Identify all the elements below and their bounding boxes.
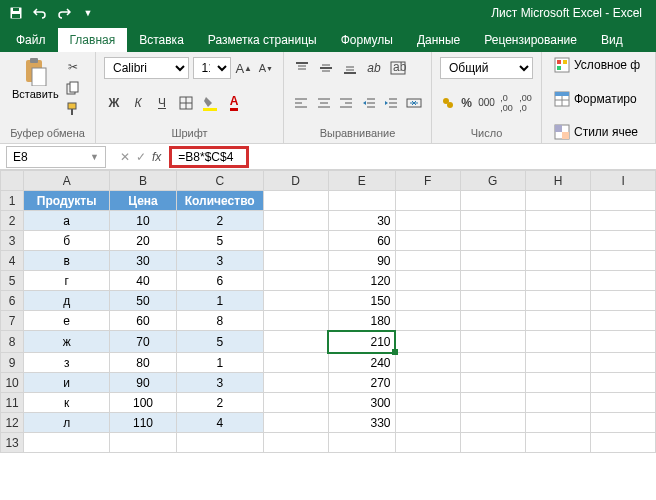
cell[interactable]: 90 <box>110 373 177 393</box>
formula-input[interactable]: =B8*$C$4 <box>178 150 233 164</box>
cell[interactable] <box>460 291 525 311</box>
align-center-icon[interactable] <box>315 93 334 113</box>
cell[interactable]: 30 <box>110 251 177 271</box>
col-header-F[interactable]: F <box>395 171 460 191</box>
cell[interactable] <box>263 271 328 291</box>
percent-icon[interactable]: % <box>459 93 474 113</box>
cell[interactable]: 3 <box>176 251 263 271</box>
font-name-select[interactable]: Calibri <box>104 57 189 79</box>
cell[interactable]: 100 <box>110 393 177 413</box>
cell[interactable]: г <box>24 271 110 291</box>
cell[interactable]: 5 <box>176 231 263 251</box>
cell[interactable] <box>395 231 460 251</box>
row-header[interactable]: 12 <box>1 413 24 433</box>
accounting-format-icon[interactable] <box>440 93 455 113</box>
cell[interactable] <box>460 311 525 331</box>
cell[interactable]: 2 <box>176 211 263 231</box>
cell[interactable] <box>395 271 460 291</box>
cell[interactable]: 5 <box>176 331 263 353</box>
cell[interactable]: б <box>24 231 110 251</box>
cell[interactable] <box>525 251 590 271</box>
increase-indent-icon[interactable] <box>382 93 401 113</box>
enter-icon[interactable]: ✓ <box>136 150 146 164</box>
number-format-select[interactable]: Общий <box>440 57 533 79</box>
cell[interactable] <box>328 433 395 453</box>
cell[interactable] <box>263 191 328 211</box>
cell[interactable] <box>591 353 656 373</box>
cell[interactable]: Цена <box>110 191 177 211</box>
cell[interactable] <box>460 191 525 211</box>
align-bottom-icon[interactable] <box>340 58 360 78</box>
cell[interactable] <box>591 393 656 413</box>
worksheet[interactable]: ABCDEFGHI 1ПродуктыЦенаКоличество2а10230… <box>0 170 656 500</box>
cell[interactable] <box>395 291 460 311</box>
cell[interactable] <box>395 331 460 353</box>
font-size-select[interactable]: 11 <box>193 57 231 79</box>
cell[interactable] <box>460 231 525 251</box>
cell[interactable] <box>525 373 590 393</box>
cell[interactable] <box>460 211 525 231</box>
cell[interactable]: 4 <box>176 413 263 433</box>
cell[interactable]: 150 <box>328 291 395 311</box>
comma-icon[interactable]: 000 <box>478 93 495 113</box>
cell[interactable] <box>328 191 395 211</box>
row-header[interactable]: 13 <box>1 433 24 453</box>
cell[interactable] <box>591 251 656 271</box>
cell[interactable] <box>591 231 656 251</box>
fill-color-icon[interactable] <box>200 93 220 113</box>
underline-button[interactable]: Ч <box>152 93 172 113</box>
cell[interactable] <box>460 413 525 433</box>
select-all-corner[interactable] <box>1 171 24 191</box>
cell[interactable] <box>263 291 328 311</box>
cell[interactable] <box>176 433 263 453</box>
paste-button[interactable]: Вставить <box>8 56 63 118</box>
col-header-D[interactable]: D <box>263 171 328 191</box>
cell[interactable]: 300 <box>328 393 395 413</box>
cell[interactable] <box>395 433 460 453</box>
cell[interactable] <box>395 211 460 231</box>
cell[interactable] <box>525 433 590 453</box>
cancel-icon[interactable]: ✕ <box>120 150 130 164</box>
row-header[interactable]: 8 <box>1 331 24 353</box>
cell[interactable] <box>24 433 110 453</box>
tab-layout[interactable]: Разметка страницы <box>196 28 329 52</box>
cell[interactable] <box>395 311 460 331</box>
cell[interactable]: 270 <box>328 373 395 393</box>
cell[interactable] <box>591 311 656 331</box>
cell[interactable] <box>395 353 460 373</box>
cell[interactable] <box>263 311 328 331</box>
cell[interactable] <box>591 413 656 433</box>
col-header-G[interactable]: G <box>460 171 525 191</box>
increase-font-icon[interactable]: A▲ <box>235 58 253 78</box>
cut-icon[interactable]: ✂ <box>63 58 83 77</box>
cell-styles-button[interactable]: Стили ячее <box>550 123 647 141</box>
redo-icon[interactable] <box>54 3 74 23</box>
fx-icon[interactable]: fx <box>152 150 161 164</box>
merge-icon[interactable] <box>405 93 424 113</box>
tab-data[interactable]: Данные <box>405 28 472 52</box>
cell[interactable] <box>263 393 328 413</box>
wrap-text-icon[interactable]: ab <box>388 58 408 78</box>
cell[interactable] <box>395 393 460 413</box>
align-right-icon[interactable] <box>337 93 356 113</box>
cell[interactable] <box>525 271 590 291</box>
undo-icon[interactable] <box>30 3 50 23</box>
row-header[interactable]: 4 <box>1 251 24 271</box>
cell[interactable]: 6 <box>176 271 263 291</box>
row-header[interactable]: 11 <box>1 393 24 413</box>
cell[interactable] <box>460 353 525 373</box>
cell[interactable] <box>263 331 328 353</box>
col-header-C[interactable]: C <box>176 171 263 191</box>
tab-home[interactable]: Главная <box>58 28 128 52</box>
align-middle-icon[interactable] <box>316 58 336 78</box>
cell[interactable] <box>591 291 656 311</box>
decrease-decimal-icon[interactable]: ,00,0 <box>518 93 533 113</box>
copy-icon[interactable] <box>63 79 83 98</box>
name-box[interactable]: E8▼ <box>6 146 106 168</box>
cell[interactable]: 10 <box>110 211 177 231</box>
cell[interactable] <box>591 373 656 393</box>
bold-button[interactable]: Ж <box>104 93 124 113</box>
cell[interactable] <box>263 433 328 453</box>
cell[interactable]: 50 <box>110 291 177 311</box>
cell[interactable]: Продукты <box>24 191 110 211</box>
